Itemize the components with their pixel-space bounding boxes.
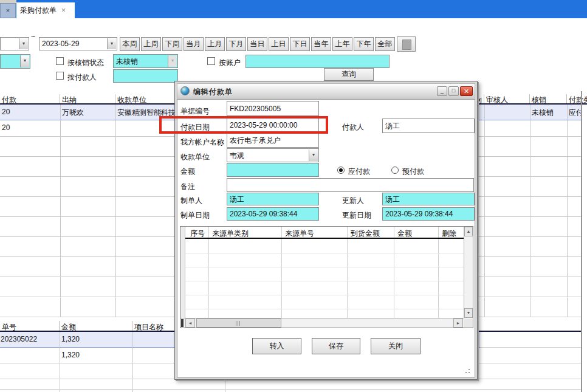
updater-value: 汤工 <box>385 195 400 204</box>
maximize-button[interactable]: □ <box>448 86 459 96</box>
period-button-last-month[interactable]: 上月 <box>205 37 225 51</box>
column-header-seq[interactable]: 序号 <box>187 227 210 239</box>
period-button-today[interactable]: 当日 <box>247 37 267 51</box>
tab-purchase-payment[interactable]: 采购付款单 × <box>16 2 75 18</box>
column-header-delete[interactable]: 删除 <box>438 227 464 239</box>
payee-combo[interactable]: 韦观 ▾ <box>227 148 319 162</box>
cell-doc-no: 202305022 <box>0 332 60 347</box>
column-header-source-no[interactable]: 来源单号 <box>281 227 347 239</box>
scrollbar-thumb[interactable] <box>196 318 281 328</box>
column-header-cashier[interactable]: 出纳 <box>60 94 115 103</box>
our-account-field[interactable]: 农行电子承兑户 <box>227 133 319 148</box>
create-date-label: 制单日期 <box>180 210 210 221</box>
period-button-this-year[interactable]: 当年 <box>311 37 331 51</box>
amount-field[interactable] <box>227 163 319 177</box>
verify-status-value: 未核销 <box>116 57 138 66</box>
tab-bar: × 采购付款单 × <box>0 0 587 18</box>
period-button-last-year[interactable]: 上年 <box>332 37 352 51</box>
cell-payment: 20 <box>0 105 60 120</box>
our-account-value: 农行电子承兑户 <box>230 136 281 145</box>
pane-separator[interactable] <box>581 91 582 392</box>
period-button-last-week[interactable]: 上周 <box>141 37 161 51</box>
column-header-doc-no[interactable]: 单号 <box>0 321 60 331</box>
account-filter-combo[interactable]: ▾ <box>0 54 30 69</box>
source-table: 序号 来源单类别 来源单号 到货金额 金额 删除 ▲ ▼ <box>180 226 473 328</box>
creator-field[interactable]: 汤工 <box>227 193 319 205</box>
date-combo[interactable]: 2023-05-29 ▾ <box>39 37 117 50</box>
payer-filter-input[interactable] <box>113 69 178 83</box>
payer-field[interactable]: 汤工 <box>382 119 475 133</box>
column-header-source-type[interactable]: 来源单类别 <box>208 227 281 239</box>
prepaid-radio[interactable] <box>391 167 399 174</box>
payable-radio[interactable] <box>337 167 345 174</box>
column-header-arrival-amount[interactable]: 到货金额 <box>347 227 394 239</box>
period-button-this-month[interactable]: 当月 <box>184 37 204 51</box>
table-row[interactable] <box>0 379 582 390</box>
toolbar-square-icon-button[interactable] <box>397 36 416 52</box>
column-header-verify[interactable]: 核销 <box>530 94 567 103</box>
save-button[interactable]: 保存 <box>312 338 360 354</box>
grid-line <box>185 281 464 281</box>
horizontal-scrollbar[interactable]: ◄ ► <box>180 318 464 328</box>
tab-partial[interactable]: × <box>0 3 16 18</box>
grid-line <box>185 309 464 309</box>
period-button-next-month[interactable]: 下月 <box>226 37 246 51</box>
our-account-label: 我方帐户名称 <box>180 137 224 148</box>
create-date-value: 2023-05-29 09:38:44 <box>230 210 297 218</box>
updater-label: 更新人 <box>342 196 364 206</box>
amount-label: 金额 <box>180 167 195 177</box>
period-button-next-day[interactable]: 下日 <box>290 37 310 51</box>
range-combo[interactable]: ▾ <box>0 37 29 50</box>
row-header-corner <box>181 319 184 327</box>
update-date-field[interactable]: 2023-05-29 09:38:44 <box>382 207 475 221</box>
column-header-payment[interactable]: 付款 <box>0 94 60 103</box>
column-header-auditor[interactable]: 审核人 <box>484 94 530 103</box>
period-button-this-week[interactable]: 本周 <box>120 37 140 51</box>
minimize-button[interactable]: _ <box>437 86 447 96</box>
close-icon[interactable]: × <box>61 6 66 15</box>
grid-line <box>530 105 530 317</box>
dropdown-arrow-icon[interactable]: ▾ <box>168 55 177 67</box>
prepaid-radio-label: 预付款 <box>402 167 424 177</box>
column-header-pay-type[interactable]: 付款类型 <box>567 94 587 103</box>
dropdown-arrow-icon[interactable]: ▾ <box>20 55 29 67</box>
by-payer-checkbox[interactable] <box>56 72 64 80</box>
remark-field[interactable] <box>227 178 474 192</box>
grid-line <box>185 267 464 267</box>
period-button-next-year[interactable]: 下年 <box>354 37 374 51</box>
grid-line <box>347 227 348 318</box>
scroll-down-icon[interactable]: ▼ <box>464 308 473 318</box>
grid-line <box>132 332 133 392</box>
create-date-field[interactable]: 2023-05-29 09:38:44 <box>227 207 319 221</box>
period-button-next-week[interactable]: 下周 <box>162 37 182 51</box>
remark-label: 备注 <box>180 182 195 192</box>
payable-radio-label: 应付款 <box>348 167 370 177</box>
close-button[interactable]: ✕ <box>460 86 473 96</box>
cell-verify: 未核销 <box>530 105 567 120</box>
dropdown-arrow-icon[interactable]: ▾ <box>19 38 28 49</box>
dropdown-arrow-icon[interactable]: ▾ <box>309 150 318 161</box>
dialog-titlebar[interactable]: 编辑付款单 _ □ ✕ <box>177 83 475 98</box>
verify-status-combo[interactable]: 未核销 ▾ <box>113 54 178 68</box>
grid-line <box>115 105 116 317</box>
account-filter-input[interactable] <box>245 55 390 68</box>
doc-no-field[interactable]: FKD202305005 <box>227 101 319 116</box>
updater-field[interactable]: 汤工 <box>382 193 475 205</box>
query-button[interactable]: 查询 <box>324 68 374 81</box>
vertical-scrollbar[interactable]: ▲ ▼ <box>464 227 473 318</box>
transfer-button[interactable]: 转入 <box>252 338 301 354</box>
period-button-all[interactable]: 全部 <box>375 37 395 51</box>
dropdown-arrow-icon[interactable]: ▾ <box>107 38 116 49</box>
scroll-left-icon[interactable]: ◄ <box>185 318 195 328</box>
column-header-amount[interactable]: 金额 <box>394 227 438 239</box>
highlight-annotation-box <box>159 116 328 134</box>
column-header-amount[interactable]: 金额 <box>60 321 132 331</box>
by-verify-status-checkbox[interactable] <box>56 57 64 65</box>
scroll-up-icon[interactable]: ▲ <box>464 227 473 236</box>
by-account-checkbox[interactable] <box>207 57 215 65</box>
scroll-right-icon[interactable]: ► <box>453 318 463 328</box>
period-button-prev-day[interactable]: 上日 <box>269 37 289 51</box>
grid-line <box>60 105 61 317</box>
close-dialog-button[interactable]: 关闭 <box>371 338 421 354</box>
close-icon[interactable]: × <box>6 7 10 14</box>
